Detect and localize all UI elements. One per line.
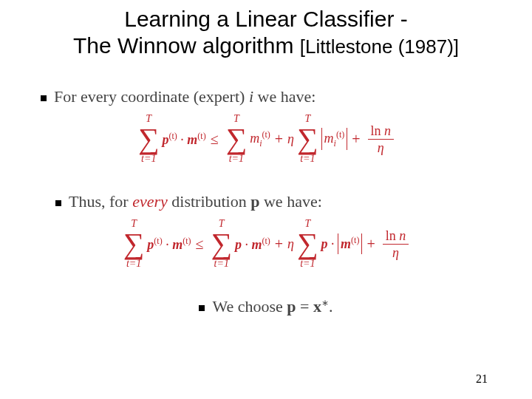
eq1-m: m: [187, 132, 197, 147]
eq1-abs-term: mi(t): [321, 128, 348, 150]
equation-1: T ∑ t=1 p(t) · m(t) ≤ T ∑ t=1 mi(t) + η …: [0, 114, 532, 164]
intro3-p: p: [287, 297, 296, 316]
eq1-sum-lhs: T ∑ t=1: [138, 114, 160, 164]
sigma-icon: ∑: [138, 124, 160, 154]
plus-icon: +: [275, 236, 283, 253]
eq1-frac-num: ln n: [368, 124, 395, 140]
eq2-p: p: [147, 237, 154, 252]
sigma-icon: ∑: [211, 229, 232, 259]
eq1-fraction: ln n η: [368, 124, 395, 154]
eq2-eta: η: [287, 236, 294, 252]
bullet-icon: [199, 305, 205, 311]
page-number: 21: [476, 372, 488, 386]
eq2-rhs-sup: (t): [262, 236, 270, 246]
eq1-sum-rhs2: T ∑ t=1: [297, 114, 318, 164]
sigma-icon: ∑: [226, 124, 248, 154]
eq1-abs-m: m: [324, 131, 334, 146]
eq1-sum-bot: t=1: [141, 154, 156, 164]
sigma-icon: ∑: [123, 229, 145, 259]
eq2-sum-lhs: T ∑ t=1: [123, 219, 145, 269]
eq2-frac-den: η: [389, 245, 402, 259]
plus-icon: +: [366, 236, 375, 253]
eq2-m: m: [172, 237, 183, 252]
eq2-m-sup: (t): [183, 236, 191, 246]
eq1-sum2-bot: t=1: [229, 154, 244, 164]
intro3-suffix: .: [329, 297, 333, 316]
intro1-prefix: For every coordinate (expert): [54, 87, 249, 106]
dot-icon: ·: [245, 237, 248, 252]
eq1-frac-den: η: [375, 140, 387, 154]
eq1-abs-sup: (t): [336, 129, 344, 140]
intro2-mid: distribution: [168, 192, 250, 211]
eq1-rhs-term1: mi(t): [250, 129, 270, 149]
eq2-rhs-term1: p · m(t): [235, 236, 270, 253]
title-line1: Learning a Linear Classifier -: [124, 7, 408, 31]
dot-icon: ·: [180, 132, 184, 147]
eq1-ln: ln: [371, 123, 385, 138]
bullet-icon: [55, 200, 61, 206]
eq2-lhs-term: p(t) · m(t): [147, 236, 191, 253]
bullet-icon: [41, 95, 47, 101]
eq1-rhs-sup: (t): [262, 129, 270, 140]
eq1-n: n: [384, 123, 391, 138]
eq1-sum3-bot: t=1: [300, 154, 315, 164]
plus-icon: +: [275, 131, 283, 148]
eq2-abs-sup: (t): [351, 235, 359, 245]
eq2-rhs-m: m: [251, 237, 262, 252]
eq2-n: n: [399, 228, 406, 243]
eq1-sum-rhs1: T ∑ t=1: [226, 114, 248, 164]
eq2-fraction: ln n η: [383, 229, 409, 259]
intro-line-2: Thus, for every distribution p we have:: [55, 192, 532, 211]
intro2-suffix: we have:: [259, 192, 321, 211]
eq2-sum2-bot: t=1: [214, 259, 229, 269]
eq1-lhs-term: p(t) · m(t): [162, 131, 205, 148]
intro3-eq: =: [296, 297, 313, 316]
intro3-star: ∗: [321, 298, 329, 308]
eq2-ln: ln: [386, 228, 400, 243]
eq1-eta: η: [287, 132, 294, 147]
eq2-sum-rhs2: T ∑ t=1: [297, 219, 318, 269]
intro1-suffix: we have:: [253, 87, 316, 106]
intro2-var: p: [250, 192, 259, 211]
eq2-abs-term: m(t): [338, 233, 362, 254]
eq2-abs-wrap: p · m(t): [321, 233, 363, 254]
slide: Learning a Linear Classifier - The Winno…: [0, 0, 532, 399]
equation-2: T ∑ t=1 p(t) · m(t) ≤ T ∑ t=1 p · m(t) +…: [0, 219, 532, 269]
eq1-rhs-m: m: [250, 131, 259, 146]
dot-icon: ·: [331, 236, 335, 251]
eq2-abs-m: m: [341, 236, 351, 251]
eq2-sum-bot: t=1: [126, 259, 141, 269]
leq-icon: ≤: [211, 131, 219, 148]
eq1-p-sup: (t): [168, 131, 177, 141]
slide-title: Learning a Linear Classifier - The Winno…: [0, 0, 532, 59]
intro2-prefix: Thus, for: [69, 192, 132, 211]
eq2-frac-num: ln n: [383, 229, 409, 245]
sigma-icon: ∑: [297, 124, 318, 154]
eq2-abs-p: p: [321, 236, 328, 251]
intro-line-1: For every coordinate (expert) i we have:: [41, 87, 532, 106]
intro-line-3: We choose p = x∗.: [0, 297, 532, 316]
intro2-every: every: [132, 192, 168, 211]
intro3-x: x: [313, 297, 321, 316]
dot-icon: ·: [166, 237, 169, 252]
eq2-rhs-p: p: [235, 237, 242, 252]
eq2-sum-rhs1: T ∑ t=1: [211, 219, 232, 269]
leq-icon: ≤: [195, 236, 203, 253]
eq2-p-sup: (t): [154, 236, 162, 246]
plus-icon: +: [352, 131, 360, 148]
intro3-prefix: We choose: [212, 297, 287, 316]
title-line2-main: The Winnow algorithm: [73, 33, 300, 58]
sigma-icon: ∑: [297, 229, 318, 259]
title-citation: [Littlestone (1987)]: [300, 35, 459, 58]
eq1-m-sup: (t): [197, 131, 205, 141]
eq2-sum3-bot: t=1: [300, 259, 315, 269]
